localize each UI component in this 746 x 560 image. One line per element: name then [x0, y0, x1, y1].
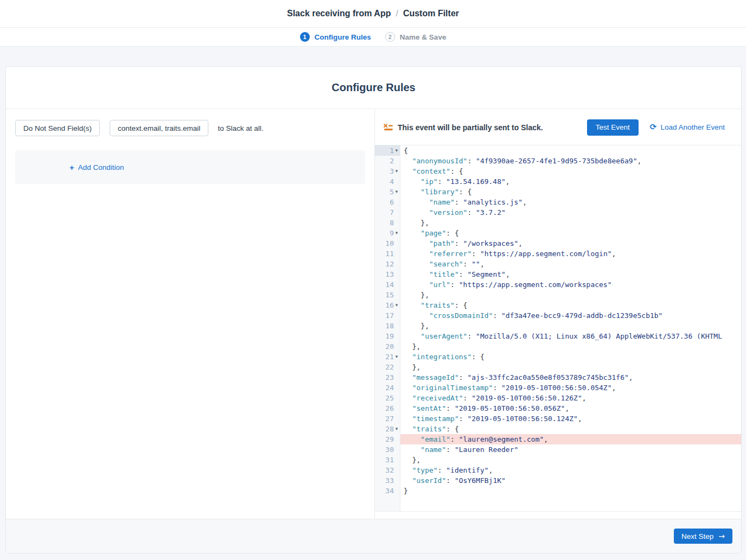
code-text: "anonymousId": "4f9390ae-2657-4fe1-9d95-…	[400, 156, 741, 166]
code-text: "name": "analytics.js",	[400, 197, 741, 207]
line-number: 6	[375, 197, 400, 207]
test-event-button[interactable]: Test Event	[587, 119, 639, 136]
code-line: 34}	[375, 486, 741, 496]
code-line: 3▾ "context": {	[375, 166, 741, 176]
code-text: },	[400, 341, 741, 352]
page-header: Slack receiving from App/Custom Filter	[0, 0, 746, 28]
line-number: 2	[375, 156, 400, 166]
json-event-editor[interactable]: 1▾{2 "anonymousId": "4f9390ae-2657-4fe1-…	[375, 145, 741, 512]
add-condition-label: Add Condition	[78, 163, 124, 171]
card-footer: Next Step →	[6, 519, 741, 553]
line-number: 33	[375, 475, 400, 486]
line-number: 20	[375, 341, 400, 352]
code-line: 1▾{	[375, 145, 741, 156]
line-number: 17	[375, 310, 400, 321]
code-text: "messageId": "ajs-33ffc2ac0a550e8f053789…	[400, 372, 741, 383]
code-line: 9▾ "page": {	[375, 228, 741, 238]
line-number: 18	[375, 321, 400, 331]
code-text: "url": "https://app.segment.com/workspac…	[400, 279, 741, 290]
step-configure-rules[interactable]: 1 Configure Rules	[300, 32, 371, 42]
line-number: 28▾	[375, 424, 400, 434]
code-text: "type": "identify",	[400, 465, 741, 475]
code-line: 2 "anonymousId": "4f9390ae-2657-4fe1-9d9…	[375, 156, 741, 166]
code-line: 26 "sentAt": "2019-05-10T00:56:50.056Z",	[375, 403, 741, 413]
line-number: 4	[375, 176, 400, 187]
code-text: "name": "Lauren Reeder"	[400, 444, 741, 455]
code-text: "page": {	[400, 228, 741, 238]
code-text-highlighted: "email": "lauren@segment.com",	[400, 434, 741, 444]
line-number: 11	[375, 249, 400, 259]
event-status-text: This event will be partially sent to Sla…	[398, 123, 543, 132]
rule-suffix-text: to Slack at all.	[218, 124, 263, 132]
code-line: 23 "messageId": "ajs-33ffc2ac0a550e8f053…	[375, 372, 741, 383]
step-name-save[interactable]: 2 Name & Save	[385, 32, 447, 42]
breadcrumb: Slack receiving from App/Custom Filter	[287, 9, 459, 18]
step-2-circle: 2	[385, 32, 395, 42]
fold-caret-icon[interactable]: ▾	[394, 187, 399, 197]
code-text: "library": {	[400, 187, 741, 197]
code-text: "path": "/workspaces",	[400, 238, 741, 249]
code-line: 24 "originalTimestamp": "2019-05-10T00:5…	[375, 383, 741, 393]
line-number: 12	[375, 259, 400, 269]
card-title-row: Configure Rules	[6, 67, 741, 109]
card-body: Do Not Send Field(s) context.email, trai…	[6, 110, 741, 519]
code-text: }	[400, 486, 741, 496]
line-number: 24	[375, 383, 400, 393]
load-another-event-label: Load Another Event	[660, 123, 725, 131]
line-number: 22	[375, 362, 400, 372]
configure-rules-card: Configure Rules Do Not Send Field(s) con…	[5, 66, 742, 553]
code-text: "traits": {	[400, 300, 741, 310]
stepper: 1 Configure Rules 2 Name & Save	[0, 28, 746, 47]
code-text: },	[400, 290, 741, 300]
code-text: "integrations": {	[400, 352, 741, 362]
line-number: 16▾	[375, 300, 400, 310]
code-line: 30 "name": "Lauren Reeder"	[375, 444, 741, 455]
load-another-event-link[interactable]: ⟳ Load Another Event	[650, 123, 725, 131]
code-text: "userAgent": "Mozilla/5.0 (X11; Linux x8…	[400, 331, 741, 341]
breadcrumb-separator: /	[391, 9, 403, 18]
step-1-label: Configure Rules	[315, 33, 371, 41]
fold-caret-icon[interactable]: ▾	[394, 145, 399, 156]
card-title: Configure Rules	[331, 81, 415, 94]
code-line: 10 "path": "/workspaces",	[375, 238, 741, 249]
line-number: 3▾	[375, 166, 400, 176]
line-number: 27	[375, 413, 400, 424]
line-number: 29	[375, 434, 400, 444]
code-text: "timestamp": "2019-05-10T00:56:50.124Z",	[400, 413, 741, 424]
code-text: "sentAt": "2019-05-10T00:56:50.056Z",	[400, 403, 741, 413]
rule-fields-button[interactable]: context.email, traits.email	[110, 120, 208, 136]
fold-caret-icon[interactable]: ▾	[394, 424, 399, 434]
code-text: },	[400, 362, 741, 372]
code-line: 7 "version": "3.7.2"	[375, 207, 741, 218]
line-number: 32	[375, 465, 400, 475]
fold-caret-icon[interactable]: ▾	[394, 352, 399, 362]
code-line: 19 "userAgent": "Mozilla/5.0 (X11; Linux…	[375, 331, 741, 341]
fold-caret-icon[interactable]: ▾	[394, 166, 399, 176]
line-number: 21▾	[375, 352, 400, 362]
code-line: 27 "timestamp": "2019-05-10T00:56:50.124…	[375, 413, 741, 424]
breadcrumb-filter-name: Custom Filter	[403, 9, 459, 18]
code-line: 5▾ "library": {	[375, 187, 741, 197]
arrow-right-icon: →	[718, 532, 725, 540]
code-text: },	[400, 321, 741, 331]
event-preview-panel: This event will be partially sent to Sla…	[375, 110, 741, 519]
line-number: 26	[375, 403, 400, 413]
code-line: 18 },	[375, 321, 741, 331]
code-line: 15 },	[375, 290, 741, 300]
code-line: 11 "referrer": "https://app.segment.com/…	[375, 249, 741, 259]
fold-caret-icon[interactable]: ▾	[394, 300, 399, 310]
code-line: 33 "userId": "OsY6MFBj1K"	[375, 475, 741, 486]
rule-type-button[interactable]: Do Not Send Field(s)	[15, 120, 100, 136]
line-number: 30	[375, 444, 400, 455]
next-step-button[interactable]: Next Step →	[674, 529, 732, 544]
line-number: 13	[375, 269, 400, 279]
code-text: "search": "",	[400, 259, 741, 269]
code-text: "traits": {	[400, 424, 741, 434]
fold-caret-icon[interactable]: ▾	[394, 228, 399, 238]
add-condition-button[interactable]: + Add Condition	[69, 163, 124, 171]
code-line: 13 "title": "Segment",	[375, 269, 741, 279]
line-number: 25	[375, 393, 400, 403]
line-number: 34	[375, 486, 400, 496]
breadcrumb-destination: Slack receiving from App	[287, 9, 391, 18]
code-line: 8 },	[375, 218, 741, 228]
